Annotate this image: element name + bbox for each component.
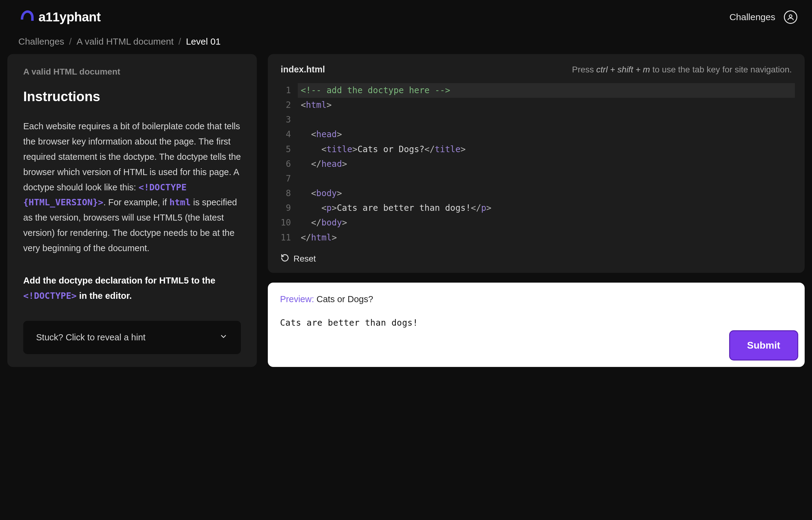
instructions-panel: A valid HTML document Instructions Each … [7,54,257,367]
hint-button-label: Stuck? Click to reveal a hint [36,332,146,342]
breadcrumb-item-challenges[interactable]: Challenges [18,36,64,47]
instructions-heading: Instructions [23,89,241,104]
brand-name: a11yphant [39,10,101,24]
task-text: Add the doctype declaration for HTML5 to… [23,273,241,304]
line-number: 2 [281,98,291,112]
nav-challenges-link[interactable]: Challenges [730,12,775,22]
line-number: 8 [281,186,291,201]
code-line[interactable]: <p>Cats are better than dogs!</p> [301,201,792,215]
code-line[interactable]: <title>Cats or Dogs?</title> [301,142,792,157]
breadcrumb: Challenges / A valid HTML document / Lev… [0,33,812,54]
code-content[interactable]: <!-- add the doctype here --> <html> <he… [301,83,792,245]
breadcrumb-current: Level 01 [186,36,220,47]
preview-panel: Preview: Cats or Dogs? Cats are better t… [268,283,805,367]
challenge-title: A valid HTML document [23,67,241,77]
editor-filename: index.html [281,64,325,75]
code-line[interactable]: <!-- add the doctype here --> [298,83,795,98]
elephant-icon [18,7,35,27]
code-line[interactable]: </body> [301,215,792,230]
breadcrumb-separator: / [178,36,181,47]
line-number: 7 [281,172,291,186]
user-avatar-icon[interactable] [784,10,797,24]
shortcut-pre: Press [572,65,596,74]
instructions-text: Each website requires a bit of boilerpla… [23,121,241,192]
submit-button[interactable]: Submit [730,331,797,360]
code-editor[interactable]: 1 2 3 4 5 6 7 8 9 10 11 <!-- add the doc… [281,83,792,245]
keyboard-shortcut-hint: Press ctrl + shift + m to use the tab ke… [572,65,792,75]
svg-point-0 [789,15,792,18]
line-number-gutter: 1 2 3 4 5 6 7 8 9 10 11 [281,83,301,245]
line-number: 9 [281,201,291,215]
shortcut-post: to use the tab key for site navigation. [650,65,792,74]
brand-logo[interactable]: a11yphant [18,7,101,27]
preview-label: Preview: [280,294,316,304]
site-header: a11yphant Challenges [0,0,812,33]
editor-header: index.html Press ctrl + shift + m to use… [281,64,792,75]
header-actions: Challenges [730,10,797,24]
task-text-part: in the editor. [77,291,132,301]
breadcrumb-item-challenge[interactable]: A valid HTML document [76,36,173,47]
code-line[interactable]: </head> [301,157,792,172]
instructions-text: . For example, if [103,198,169,207]
code-doctype: <!DOCTYPE> [23,290,77,301]
task-text-part: Add the doctype declaration for HTML5 to… [23,276,215,285]
work-area: index.html Press ctrl + shift + m to use… [268,54,805,367]
line-number: 11 [281,230,291,245]
code-line[interactable] [301,112,792,127]
code-line[interactable]: <body> [301,186,792,201]
line-number: 3 [281,112,291,127]
reset-button[interactable]: Reset [281,245,792,264]
breadcrumb-separator: / [69,36,72,47]
code-line[interactable]: <html> [301,98,792,112]
line-number: 5 [281,142,291,157]
instructions-body: Each website requires a bit of boilerpla… [23,119,241,256]
code-html-keyword: html [169,197,191,207]
shortcut-keys: ctrl + shift + m [596,65,650,74]
hint-toggle-button[interactable]: Stuck? Click to reveal a hint [23,321,241,354]
preview-header: Preview: Cats or Dogs? [280,294,792,304]
chevron-down-icon [219,332,228,343]
main-layout: A valid HTML document Instructions Each … [0,54,812,367]
code-line[interactable]: </html> [301,230,792,245]
code-line[interactable]: <head> [301,127,792,142]
preview-body-text: Cats are better than dogs! [280,318,792,328]
line-number: 1 [281,83,291,98]
code-line[interactable] [301,172,792,186]
line-number: 10 [281,215,291,230]
reset-label: Reset [294,254,316,264]
preview-page-title: Cats or Dogs? [316,294,373,304]
line-number: 4 [281,127,291,142]
line-number: 6 [281,157,291,172]
code-comment: <!-- add the doctype here --> [301,85,450,95]
code-editor-panel: index.html Press ctrl + shift + m to use… [268,54,805,273]
reset-icon [281,254,289,264]
